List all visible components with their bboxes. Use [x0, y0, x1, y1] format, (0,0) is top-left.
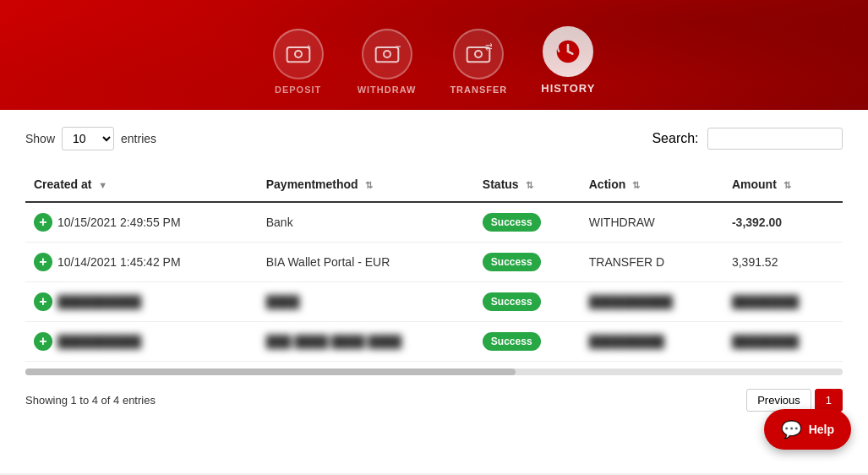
svg-point-7: [475, 51, 482, 57]
col-action[interactable]: Action ⇅: [581, 167, 723, 202]
sort-created-at-icon: ▼: [98, 180, 107, 190]
entries-select[interactable]: 10 25 50 100: [62, 127, 114, 150]
nav-history[interactable]: HISTORY: [541, 26, 595, 95]
sort-amount-icon: ⇅: [783, 180, 791, 191]
previous-button[interactable]: Previous: [746, 389, 811, 412]
svg-point-4: [384, 51, 390, 57]
table-footer: Showing 1 to 4 of 4 entries Previous 1: [25, 389, 843, 412]
created-at-value: 10/14/2021 1:45:42 PM: [57, 255, 181, 269]
nav-withdraw[interactable]: − WITHDRAW: [358, 29, 417, 95]
action-value: ██████████: [581, 282, 723, 322]
nav-deposit[interactable]: + DEPOSIT: [273, 29, 324, 95]
created-at-value: ██████████: [57, 335, 141, 348]
amount-value: 3,391.52: [723, 243, 843, 282]
status-cell: Success: [474, 282, 581, 322]
history-icon-circle: [543, 26, 593, 77]
expand-row-1-button[interactable]: +: [34, 253, 52, 271]
status-badge: Success: [483, 253, 541, 271]
svg-text:+: +: [306, 43, 311, 52]
created-at-value: 10/15/2021 2:49:55 PM: [57, 216, 181, 229]
search-label: Search:: [652, 128, 843, 150]
col-payment-method[interactable]: Paymentmethod ⇅: [258, 167, 474, 202]
table-row: +█████████████ ████ ████ ████Success████…: [25, 322, 843, 362]
withdraw-label: WITHDRAW: [358, 85, 417, 95]
status-badge: Success: [483, 292, 541, 311]
history-label: HISTORY: [541, 82, 595, 95]
header: + DEPOSIT − WITHDRAW ⇄ TRANSFER: [0, 0, 868, 110]
entries-label: entries: [121, 132, 156, 145]
svg-text:⇄: ⇄: [485, 41, 492, 52]
sort-status-icon: ⇅: [526, 180, 533, 191]
history-table: Created at ▼ Paymentmethod ⇅ Status ⇅ Ac…: [25, 167, 843, 362]
payment-method-value: ████: [258, 282, 474, 322]
expand-row-2-button[interactable]: +: [34, 292, 52, 311]
svg-text:−: −: [395, 41, 401, 52]
payment-method-value: BIA Wallet Portal - EUR: [258, 243, 474, 282]
status-cell: Success: [474, 243, 581, 282]
help-button[interactable]: 💬 Help: [764, 409, 851, 450]
search-input[interactable]: [707, 128, 843, 150]
show-label: Show: [25, 132, 55, 145]
scrollbar-thumb: [25, 369, 516, 375]
transfer-icon-circle: ⇄: [453, 29, 504, 79]
col-created-at[interactable]: Created at ▼: [25, 167, 258, 202]
payment-method-value: ███ ████ ████ ████: [258, 322, 474, 362]
table-header-row: Created at ▼ Paymentmethod ⇅ Status ⇅ Ac…: [25, 167, 843, 202]
col-status[interactable]: Status ⇅: [474, 167, 581, 202]
transfer-label: TRANSFER: [450, 85, 507, 95]
sort-action-icon: ⇅: [632, 180, 640, 191]
main-content: Show 10 25 50 100 entries Search: Create…: [0, 110, 868, 473]
withdraw-icon-circle: −: [362, 29, 412, 79]
expand-row-3-button[interactable]: +: [34, 332, 52, 351]
deposit-label: DEPOSIT: [275, 85, 321, 95]
status-cell: Success: [474, 322, 581, 362]
horizontal-scrollbar[interactable]: [25, 369, 843, 375]
controls-row: Show 10 25 50 100 entries Search:: [25, 127, 843, 150]
show-entries: Show 10 25 50 100 entries: [25, 127, 156, 150]
pagination: Previous 1: [746, 389, 843, 412]
table-row: +██████████████Success██████████████████: [25, 282, 843, 322]
action-value: WITHDRAW: [581, 202, 723, 243]
help-chat-icon: 💬: [781, 419, 802, 440]
expand-row-0-button[interactable]: +: [34, 213, 52, 232]
amount-value: ████████: [723, 282, 843, 322]
table-row: +10/14/2021 1:45:42 PMBIA Wallet Portal …: [25, 243, 843, 282]
status-badge: Success: [483, 332, 541, 351]
amount-value: -3,392.00: [723, 202, 843, 243]
sort-payment-method-icon: ⇅: [365, 180, 373, 191]
action-value: █████████: [581, 322, 723, 362]
showing-text: Showing 1 to 4 of 4 entries: [25, 394, 156, 407]
created-at-value: ██████████: [57, 295, 141, 308]
nav-transfer[interactable]: ⇄ TRANSFER: [450, 29, 507, 95]
payment-method-value: Bank: [258, 202, 474, 243]
status-badge: Success: [483, 213, 541, 232]
svg-point-1: [295, 51, 302, 57]
action-value: TRANSFER D: [581, 243, 723, 282]
deposit-icon-circle: +: [273, 29, 324, 79]
status-cell: Success: [474, 202, 581, 243]
table-row: +10/15/2021 2:49:55 PMBankSuccessWITHDRA…: [25, 202, 843, 243]
help-label: Help: [809, 423, 834, 436]
col-amount[interactable]: Amount ⇅: [723, 167, 843, 202]
amount-value: ████████: [723, 322, 843, 362]
page-1-button[interactable]: 1: [815, 389, 843, 412]
